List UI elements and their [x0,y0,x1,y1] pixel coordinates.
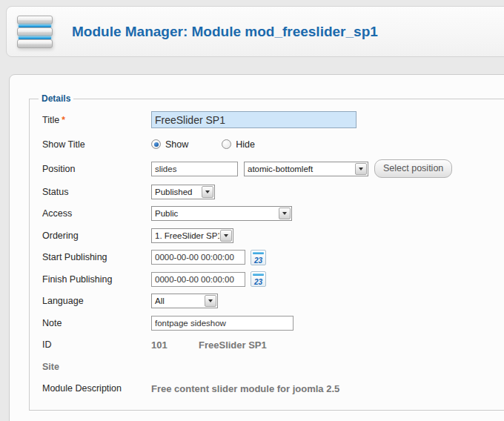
icon-bar [17,27,53,36]
access-select[interactable]: Public [151,206,292,221]
module-description-label: Module Description [42,383,151,394]
icon-bar [17,16,53,24]
site-row: Site [42,356,504,378]
show-title-row: Show Title Show Hide [42,132,504,156]
start-publishing-label: Start Publishing [42,252,151,262]
modules-stack-icon [17,14,53,50]
position-select[interactable]: atomic-bottomleft [244,162,368,176]
position-input[interactable] [151,162,238,176]
status-select-value: Published [152,188,201,196]
start-calendar-button[interactable]: 23 [251,250,266,265]
status-row: Status Published [42,181,504,203]
language-row: Language All [42,291,504,313]
position-select-value: atomic-bottomleft [245,165,354,173]
icon-bar [17,39,53,48]
dropdown-arrow-icon [279,208,291,219]
finish-publishing-row: Finish Publishing 23 [42,268,504,291]
position-row: Position atomic-bottomleft Select positi… [42,156,504,181]
page-title: Module Manager: Module mod_freeslider_sp… [72,24,378,40]
note-label: Note [42,318,151,328]
finish-publishing-input[interactable] [151,272,245,287]
dropdown-arrow-icon [355,163,367,175]
status-label: Status [42,187,151,197]
status-select[interactable]: Published [151,185,215,199]
access-label: Access [42,208,151,219]
hide-radio-label[interactable]: Hide [236,139,255,150]
calendar-icon-bar [253,274,264,276]
calendar-icon: 23 [251,256,265,265]
required-asterisk: * [62,115,65,125]
calendar-icon-bar [253,252,264,254]
language-label: Language [42,296,151,306]
id-value: 101 [151,339,199,351]
language-select[interactable]: All [151,294,218,308]
id-module-name: FreeSlider SP1 [199,339,267,351]
module-description-row: Module Description Free content slider m… [42,378,504,400]
page-header: Module Manager: Module mod_freeslider_sp… [6,6,504,57]
finish-publishing-label: Finish Publishing [42,274,151,285]
ordering-select-value: 1. FreeSlider SP1 [152,231,219,240]
hide-radio[interactable] [222,139,231,149]
content-panel: Details Title* Show Title Show Hide Posi… [9,74,504,421]
title-row: Title* [42,107,504,132]
note-input[interactable] [151,316,294,331]
calendar-icon: 23 [251,278,265,286]
note-row: Note [42,312,504,334]
start-publishing-row: Start Publishing 23 [42,247,504,269]
title-input[interactable] [151,111,357,128]
title-label: Title* [42,115,151,125]
language-select-value: All [152,296,204,305]
position-label: Position [42,164,151,174]
show-radio[interactable] [151,139,161,149]
id-label: ID [42,339,151,350]
site-label: Site [42,362,151,372]
ordering-select[interactable]: 1. FreeSlider SP1 [151,228,233,243]
show-title-label: Show Title [42,139,151,150]
details-fieldset: Details Title* Show Title Show Hide Posi… [29,93,504,411]
dropdown-arrow-icon [202,186,213,198]
show-radio-label[interactable]: Show [165,139,188,150]
icon-blue-line [19,36,51,39]
icon-blue-line [19,24,51,27]
finish-calendar-button[interactable]: 23 [251,271,266,287]
access-select-value: Public [152,209,278,218]
ordering-label: Ordering [42,231,151,241]
dropdown-arrow-icon [220,230,232,242]
access-row: Access Public [42,203,504,225]
id-row: ID 101 FreeSlider SP1 [42,334,504,357]
select-position-button[interactable]: Select position [374,159,452,178]
ordering-row: Ordering 1. FreeSlider SP1 [42,225,504,247]
details-legend: Details [39,93,73,104]
module-description-value: Free content slider module for joomla 2.… [151,383,339,394]
start-publishing-input[interactable] [151,250,245,265]
dropdown-arrow-icon [205,295,216,307]
